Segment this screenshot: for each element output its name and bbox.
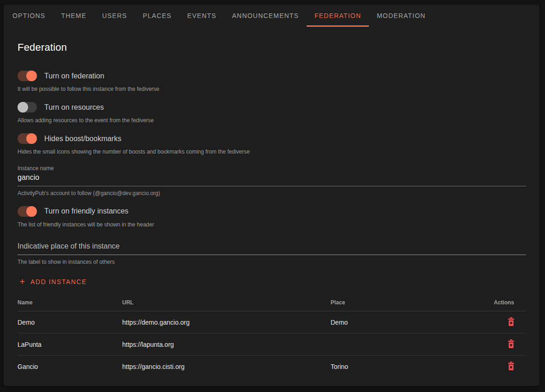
federation-hint: It will be possible to follow this insta…: [18, 85, 526, 93]
delete-instance-button[interactable]: [506, 316, 516, 328]
admin-tab-bar: OPTIONS THEME USERS PLACES EVENTS ANNOUN…: [4, 5, 539, 27]
friendly-instances-hint: The list of friendly instances will be s…: [18, 221, 526, 228]
cell-place: Torino: [331, 363, 490, 370]
hide-boost-toggle-label: Hides boost/bookmarks: [44, 135, 121, 143]
table-row-demo: Demo https://demo.gancio.org Demo: [18, 311, 526, 333]
cell-name: LaPunta: [18, 341, 122, 348]
trash-icon: [507, 362, 515, 372]
hide-boost-toggle[interactable]: [18, 133, 37, 144]
add-instance-label: ADD INSTANCE: [30, 278, 87, 285]
instance-place-input[interactable]: [18, 242, 526, 255]
federation-toggle[interactable]: [18, 71, 37, 81]
tab-events[interactable]: EVENTS: [179, 5, 224, 27]
header-name: Name: [18, 299, 122, 306]
setting-resources: Turn on resources Allows adding resource…: [18, 102, 526, 124]
delete-instance-button[interactable]: [506, 339, 516, 350]
tab-users[interactable]: USERS: [94, 5, 135, 27]
tab-announcements[interactable]: ANNOUNCEMENTS: [224, 5, 307, 27]
cell-name: Gancio: [18, 363, 122, 370]
cell-url: https://lapunta.org: [122, 341, 331, 348]
resources-toggle-thumb: [18, 102, 28, 113]
tab-theme[interactable]: THEME: [53, 5, 94, 27]
admin-panel-card: OPTIONS THEME USERS PLACES EVENTS ANNOUN…: [4, 5, 539, 386]
federation-toggle-label: Turn on federation: [44, 72, 104, 80]
hide-boost-toggle-thumb: [26, 133, 37, 144]
table-row-gancio: Gancio https://gancio.cisti.org Torino: [18, 356, 526, 378]
header-place: Place: [331, 299, 490, 306]
plus-icon: [18, 278, 26, 285]
tab-federation-label: FEDERATION: [314, 12, 361, 19]
header-url: URL: [122, 299, 331, 306]
setting-hide-boost: Hides boost/bookmarks Hides the small ic…: [18, 133, 526, 155]
instance-name-hint: ActivityPub's account to follow (@gancio…: [18, 190, 526, 197]
resources-hint: Allows adding resources to the event fro…: [18, 117, 526, 124]
cell-url: https://gancio.cisti.org: [122, 363, 331, 370]
instance-name-field: Instance name ActivityPub's account to f…: [18, 165, 526, 197]
table-row-lapunta: LaPunta https://lapunta.org: [18, 333, 526, 356]
instances-table: Name URL Place Actions Demo https://demo…: [18, 294, 526, 378]
active-tab-underline: [307, 25, 369, 27]
tab-options[interactable]: OPTIONS: [5, 5, 53, 27]
page-title: Federation: [18, 42, 526, 53]
header-actions: Actions: [490, 299, 526, 306]
federation-toggle-thumb: [26, 71, 37, 81]
tab-federation[interactable]: FEDERATION: [307, 5, 369, 27]
cell-place: Demo: [331, 319, 490, 326]
instance-name-label: Instance name: [18, 165, 526, 172]
setting-friendly-instances: Turn on friendly instances The list of f…: [18, 206, 526, 228]
cell-url: https://demo.gancio.org: [122, 319, 331, 326]
federation-settings-section: Federation Turn on federation It will be…: [4, 42, 539, 378]
resources-toggle-label: Turn on resources: [44, 103, 104, 112]
friendly-instances-toggle-thumb: [26, 206, 37, 217]
instance-place-field: The label to show in instances of others: [18, 242, 526, 266]
instances-table-header: Name URL Place Actions: [18, 294, 526, 311]
cell-name: Demo: [18, 319, 122, 326]
add-instance-button[interactable]: ADD INSTANCE: [18, 277, 88, 286]
trash-icon: [507, 317, 515, 327]
trash-icon: [507, 339, 515, 350]
friendly-instances-toggle[interactable]: [18, 206, 37, 217]
hide-boost-hint: Hides the small icons showing the number…: [18, 148, 526, 155]
instance-place-hint: The label to show in instances of others: [18, 258, 526, 266]
instance-name-input[interactable]: [18, 172, 526, 186]
tab-moderation[interactable]: MODERATION: [369, 5, 433, 27]
friendly-instances-toggle-label: Turn on friendly instances: [44, 207, 129, 215]
delete-instance-button[interactable]: [506, 361, 516, 373]
resources-toggle[interactable]: [18, 102, 37, 113]
setting-federation: Turn on federation It will be possible t…: [18, 71, 526, 93]
tab-places[interactable]: PLACES: [135, 5, 179, 27]
